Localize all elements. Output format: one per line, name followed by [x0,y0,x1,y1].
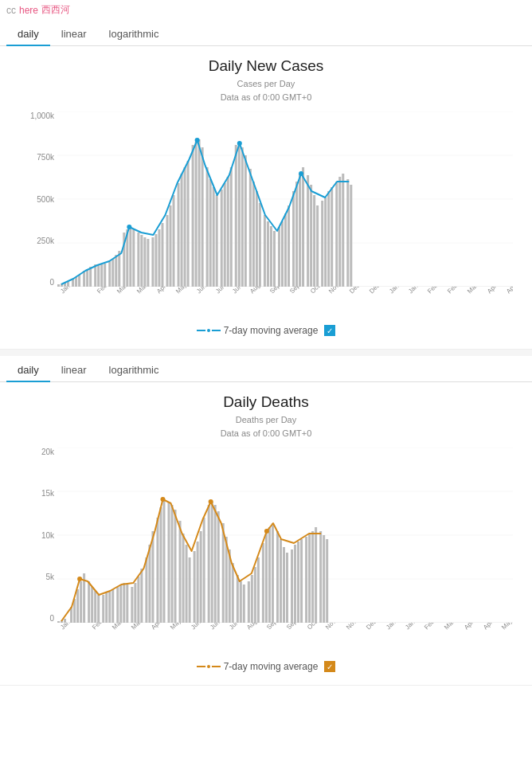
chart2-section: daily linear logarithmic Daily Deaths De… [0,356,532,686]
svg-rect-80 [327,191,330,287]
chinese-text: 西西河 [41,3,70,17]
svg-rect-70 [292,191,295,287]
x-label: Feb 21 [423,623,442,631]
svg-rect-47 [209,179,212,287]
x-label: Aug 16 [248,287,268,295]
svg-rect-77 [316,205,319,287]
svg-rect-149 [251,575,253,623]
svg-point-90 [299,171,303,176]
chart1-y-axis: 1,000k 750k 500k 250k 0 [19,111,57,287]
chart2-checkbox[interactable]: ✓ [324,661,335,672]
svg-rect-49 [216,195,218,287]
svg-rect-43 [195,142,198,287]
tab-linear-2[interactable]: linear [50,359,98,382]
chart1-checkbox[interactable]: ✓ [324,325,335,336]
svg-rect-39 [181,174,183,287]
x-label: Sep 24 [288,287,307,295]
svg-rect-117 [134,583,136,623]
svg-rect-153 [265,534,268,623]
svg-point-173 [209,499,213,504]
svg-rect-162 [297,542,299,623]
svg-rect-15 [94,264,96,287]
svg-rect-56 [241,147,244,287]
svg-rect-140 [217,511,220,623]
svg-rect-122 [151,531,154,623]
y2-label-0: 20k [41,448,54,456]
chart1-subtitle: Cases per Day Data as of 0:00 GMT+0 [0,77,532,104]
svg-rect-71 [295,182,298,287]
x-label: Sep 00 [265,623,284,631]
legend-label-2: 7-day moving average [224,661,319,672]
x-label: Sep 01 [268,287,288,295]
svg-rect-32 [155,234,157,287]
svg-rect-155 [272,523,274,623]
svg-rect-17 [100,264,103,287]
svg-rect-78 [321,201,323,287]
tab-logarithmic-2[interactable]: logarithmic [98,359,170,382]
x-label: Aug 07 [245,623,264,631]
svg-rect-84 [342,174,344,287]
svg-rect-134 [197,542,199,623]
svg-rect-118 [137,577,139,623]
y2-label-4: 0 [49,614,54,623]
chart1-svg [57,111,513,287]
tab-daily-1[interactable]: daily [6,23,50,46]
y2-label-3: 5k [45,573,54,581]
x-label: Apr 28 [482,623,500,631]
svg-rect-69 [288,205,290,287]
svg-rect-101 [76,589,79,623]
svg-rect-161 [294,545,296,623]
svg-rect-25 [129,227,131,287]
x-label: Jan 08 [385,623,403,631]
svg-point-88 [195,138,200,143]
svg-rect-165 [308,534,311,623]
svg-rect-142 [225,537,228,623]
svg-rect-12 [83,271,85,287]
x-label: Jun 08 [195,287,213,295]
svg-rect-37 [173,195,175,287]
svg-rect-166 [311,531,314,623]
here-link[interactable]: here [19,5,38,16]
svg-rect-137 [208,505,210,623]
x-label: Dec 01 [348,287,367,295]
x-label: Feb 14 [96,287,115,295]
svg-rect-107 [97,595,100,623]
svg-rect-121 [148,545,151,623]
svg-rect-34 [161,223,163,287]
x-label: Jun 02 [190,623,208,631]
svg-rect-86 [350,185,352,287]
tab-logarithmic-1[interactable]: logarithmic [98,23,170,46]
svg-rect-110 [108,591,111,623]
x-label: May 20 [500,623,513,631]
svg-rect-150 [254,567,256,623]
svg-rect-129 [179,521,182,623]
svg-rect-14 [89,267,92,287]
svg-rect-124 [159,507,162,623]
tab-daily-2[interactable]: daily [6,359,50,382]
svg-rect-146 [240,581,242,623]
svg-point-87 [127,225,131,229]
x-label: Feb 13 [91,623,110,631]
x-label: Dec 09 [368,287,387,295]
svg-rect-116 [131,587,133,623]
chart1-legend-line: 7-day moving average [197,325,319,336]
svg-rect-128 [174,510,177,623]
svg-rect-19 [108,261,111,287]
svg-rect-50 [221,190,223,287]
svg-rect-45 [201,147,204,287]
y2-label-2: 10k [41,531,54,540]
x-label: Jul 16 [228,623,244,631]
svg-rect-126 [167,502,170,623]
svg-rect-30 [147,239,149,287]
x-label: Mar 08 [115,287,135,295]
svg-rect-133 [194,551,196,623]
svg-rect-65 [273,231,276,287]
tab-linear-1[interactable]: linear [50,23,98,46]
svg-rect-123 [156,518,158,623]
svg-rect-54 [235,145,237,287]
y-label-3: 250k [37,237,54,245]
x-label: Jan 01 [388,287,406,295]
svg-rect-167 [315,527,317,623]
svg-rect-82 [335,182,338,287]
x-label: Mar 11 [466,287,485,295]
